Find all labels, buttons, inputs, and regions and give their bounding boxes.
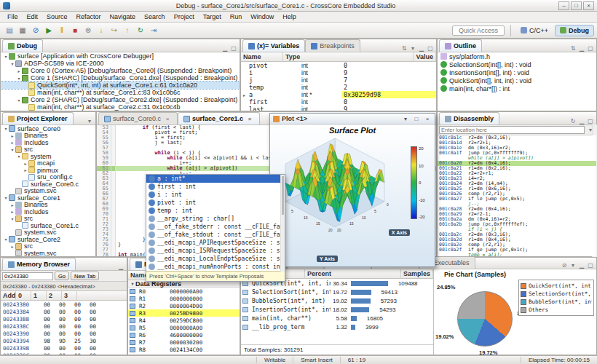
project-tree-row[interactable]: surface_Core1.c [1,222,95,229]
toolbar-icon[interactable]: ⊗ [82,24,95,37]
variable-row[interactable]: j int 7 [241,76,436,84]
location-input[interactable] [439,126,585,134]
editor-tab[interactable]: surface_Core1.c × [178,112,260,124]
popup-scrollbar[interactable] [280,175,285,272]
collapse-all-icon[interactable]: ⇅ [400,45,408,52]
project-tree-row[interactable]: ▸ mcapi [1,160,95,167]
variable-row[interactable]: last int 9 [241,106,436,111]
minimize-view-icon[interactable]: ▁ [417,45,426,52]
completion-item[interactable]: a : int* [146,175,285,183]
tree-twisty[interactable]: ▸ [9,202,15,207]
editor-tab[interactable]: surface_Core0.c × [98,112,178,124]
close-tab-icon[interactable]: × [245,116,254,122]
toolbar-icon[interactable]: ■ [68,24,82,37]
plot-menu-icon[interactable]: ▾ [401,116,410,122]
minimize-view-icon[interactable]: ▁ [116,264,125,270]
menu-item[interactable]: Target [199,12,226,21]
project-tree-row[interactable]: ▾ system [1,153,95,160]
profiling-row[interactable]: BubbleSort(int*, int) 19.02 57293 [241,296,433,305]
tree-twisty[interactable]: ▾ [16,76,22,81]
toolbar-icon[interactable]: ⊘ [29,24,42,37]
tree-twisty[interactable]: ▾ [3,195,9,200]
legend-item[interactable]: SelectionSort(int*, int) [521,290,592,298]
project-tree-row[interactable]: ▸ src [1,243,95,250]
debug-tree-row[interactable]: QuickSort(int*, int, int) at surface_Cor… [1,82,240,89]
tab-project-explorer[interactable]: Project Explorer [2,112,74,124]
profiling-row[interactable]: SelectionSort(int*, int) 19.72 59413 [241,288,433,296]
toolbar-icon[interactable]: ↓ [95,24,108,37]
debug-tree-row[interactable]: ▾ Core 1 (SHARC) [Debug/surface_Core1.dx… [1,74,240,82]
maximize-view-icon[interactable]: ▢ [586,262,595,269]
variable-row[interactable]: ▸ a int * 0x30259d98 [241,91,436,98]
view-menu-icon[interactable]: ▾ [569,262,577,269]
toolbar-icon[interactable]: ⇥ [147,24,160,37]
register-row[interactable]: R4 00259DC800 [128,317,240,324]
register-row[interactable]: R5 0000000A00 [128,324,240,331]
column-header[interactable]: Name [241,52,283,61]
perspective-button[interactable]: Debug [555,25,594,36]
go-button[interactable]: Go [55,272,69,280]
completion-item[interactable]: i : int [146,191,285,199]
close-tab-icon[interactable]: × [163,116,172,122]
plot-maximize-icon[interactable]: □ [412,116,421,122]
project-tree-row[interactable]: ▸ Binaries [1,132,95,140]
register-row[interactable]: R6 4600000000 [128,331,240,339]
project-tree-row[interactable]: ▾ surface_Core2 [1,236,95,243]
toolbar-icon[interactable]: ↑ [121,24,134,37]
completion-item[interactable]: __edi_mcapi_ISRRequestSpaceSize : size_t [146,247,285,255]
menu-item[interactable]: Project [170,12,199,21]
tree-twisty[interactable]: ▸ [23,167,28,173]
tree-twisty[interactable]: ▸ [23,161,28,166]
legend-item[interactable]: BubbleSort(int*, int) [521,298,592,306]
column-header[interactable]: 1 [31,291,47,300]
minimize-view-icon[interactable]: ▁ [577,45,586,52]
project-tree-row[interactable]: ▸ Binaries [1,202,95,209]
tab-disassembly[interactable]: Disassembly [439,112,499,124]
memory-row[interactable]: 00243390 00 00 00 00 [1,330,127,337]
tab-memory-browser[interactable]: Memory Browser [2,258,76,270]
column-header[interactable]: 3 [62,291,77,300]
project-tree-row[interactable]: system.svc [1,250,95,256]
disassembly-row[interactable]: temp = a[i]; [438,253,596,256]
project-tree-row[interactable]: ▾ src [1,215,95,223]
disassembly-row[interactable]: 001c0a2b jump (pc,0xffffffef); [438,222,596,227]
plot-window[interactable]: Plot <1> ▾ □ × Surface Plot 051015200510… [269,113,435,267]
tree-twisty[interactable]: ▾ [3,54,9,59]
tree-twisty[interactable]: ▸ [9,140,15,145]
column-header[interactable]: 2 [47,291,62,300]
toolbar-icon[interactable]: ▦ [16,24,29,37]
register-row[interactable]: R8 0024134C00 [128,346,240,353]
profiling-row[interactable]: __lib_prog_term 1.32 3999 [241,323,433,331]
tab-variables[interactable]: (x)= Variables [242,39,305,52]
tree-twisty[interactable]: ▾ [3,237,9,242]
variable-row[interactable]: first int 0 [241,98,436,106]
minimize-view-icon[interactable]: ▁ [577,262,586,269]
memory-row[interactable]: 00243380 00 00 00 00 [1,301,127,308]
debug-tree-row[interactable]: main(int, char**) at surface_Core2.c:31 … [1,103,240,111]
minimize-view-icon[interactable]: ▁ [577,118,586,124]
memory-row[interactable]: 0024338C 00 00 00 00 [1,323,127,330]
view-menu-icon[interactable]: ▾ [85,118,94,124]
menu-item[interactable]: File [3,12,23,21]
maximize-view-icon[interactable]: ▢ [586,118,595,124]
memory-row[interactable]: 0024339C 00 00 00 00 [1,352,127,355]
tree-twisty[interactable]: ▸ [9,209,15,214]
register-row[interactable]: R3 0025BD9800 [128,309,240,317]
disassembly-row[interactable]: 001c0a2f if ge jump (pc,0x1c); [438,248,596,253]
outline-item[interactable]: SelectionSort(int[], int) : void [438,60,596,68]
menu-item[interactable]: Refactor [72,12,106,21]
project-tree-row[interactable]: ▾ src [1,146,95,154]
menu-item[interactable]: Help [278,12,301,21]
tab-debug[interactable]: Debug [2,39,43,52]
legend-item[interactable]: QuickSort(int*, int, int) [521,282,592,290]
completion-item[interactable]: __edi_mcapi_APIRequestSpaceSize : size_t [146,239,285,247]
tab-variables[interactable]: Breakpoints [305,39,360,52]
clear-icon[interactable]: ⊘ [560,262,569,269]
column-header[interactable]: Value [414,52,436,61]
profiling-row[interactable]: InsertionSort(int*, int) 18.02 54293 [241,305,433,314]
project-tree-row[interactable]: ▾ surface_Core0 [1,125,95,132]
project-tree-row[interactable]: ▸ pinmux [1,167,95,174]
completion-item[interactable]: __edi_mcapi_LocalEndptSpaceSize : size_t [146,255,285,263]
column-header[interactable]: Address [1,291,16,300]
column-header[interactable]: 0 [16,291,31,300]
